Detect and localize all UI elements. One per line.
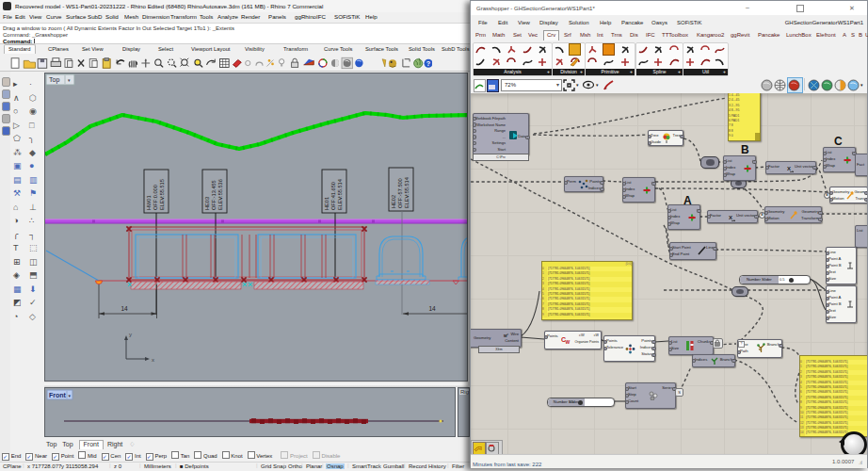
svg-text:Front: Front — [49, 392, 67, 398]
svg-text:Top: Top — [49, 76, 59, 84]
svg-text:ELEV:55.515: ELEV:55.515 — [159, 179, 165, 210]
svg-text:14: 14 — [121, 305, 128, 312]
svg-text:OFF:-13.455: OFF:-13.455 — [211, 180, 217, 210]
svg-text:ELEV:55.514: ELEV:55.514 — [337, 179, 343, 210]
svg-text:OFF:41.650: OFF:41.650 — [330, 182, 336, 210]
svg-text:HW01: HW01 — [146, 195, 152, 210]
svg-text:HE03: HE03 — [204, 197, 210, 210]
svg-text:OFF:0.000: OFF:0.000 — [153, 185, 158, 210]
svg-text:OFF:-57.500: OFF:-57.500 — [397, 178, 403, 208]
svg-text:ELEV:55.536: ELEV:55.536 — [217, 179, 223, 210]
svg-text:HE01: HE01 — [324, 197, 330, 210]
svg-text:x: x — [152, 357, 154, 363]
svg-text:X: X — [729, 215, 732, 220]
svg-text:y: y — [129, 332, 132, 337]
svg-text:ELEV:55.514: ELEV:55.514 — [404, 177, 410, 208]
svg-text:W: W — [566, 339, 571, 345]
svg-text:?: ? — [426, 59, 431, 68]
svg-text:HE02: HE02 — [391, 195, 396, 208]
svg-text:X: X — [787, 166, 791, 171]
svg-text:14: 14 — [428, 305, 436, 312]
